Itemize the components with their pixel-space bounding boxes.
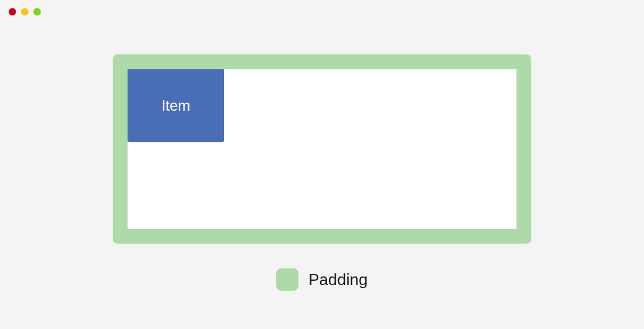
content-region: Item <box>128 69 516 229</box>
maximize-icon[interactable] <box>33 8 41 15</box>
legend-padding-label: Padding <box>308 270 367 289</box>
item-box: Item <box>128 69 224 142</box>
minimize-icon[interactable] <box>21 8 28 15</box>
close-icon[interactable] <box>9 8 16 15</box>
diagram-content: Item Padding <box>0 24 644 291</box>
padding-swatch-icon <box>276 268 298 291</box>
window-titlebar <box>0 0 644 24</box>
item-label: Item <box>162 97 191 114</box>
legend: Padding <box>276 268 367 291</box>
padding-region: Item <box>113 54 531 244</box>
